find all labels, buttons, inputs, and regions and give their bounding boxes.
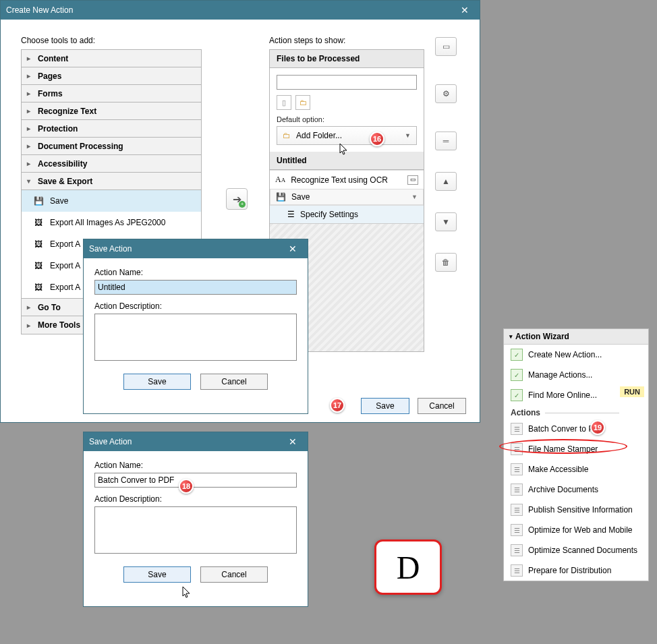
list-icon: ☰ bbox=[511, 504, 523, 516]
save-item-jpeg2000[interactable]: 🖼 Export All Images As JPEG2000 bbox=[22, 212, 201, 233]
dialog-cancel-button[interactable]: Cancel bbox=[418, 398, 466, 414]
disk-icon: 💾 bbox=[276, 192, 286, 202]
save-action-dialog-1: Save Action ✕ Action Name: Action Descri… bbox=[83, 239, 308, 414]
wizard-action-archive[interactable]: ☰ Archive Documents bbox=[504, 479, 648, 500]
tool-saveexport[interactable]: ▾Save & Export bbox=[22, 173, 201, 190]
action-icon: ✓ bbox=[511, 389, 523, 401]
settings-toggle-icon[interactable]: ▭ bbox=[407, 175, 418, 185]
list-icon: ☰ bbox=[511, 463, 523, 475]
wizard-find-online[interactable]: ✓ Find More Online... bbox=[504, 385, 648, 405]
chevron-down-icon: ▼ bbox=[405, 132, 411, 139]
chevron-up-icon: ▲ bbox=[442, 177, 450, 186]
new-file-button[interactable]: ▯ bbox=[277, 95, 291, 110]
chevron-down-icon: ▼ bbox=[442, 217, 450, 227]
wizard-manage-actions[interactable]: ✓ Manage Actions... bbox=[504, 365, 648, 385]
wizard-action-prepare[interactable]: ☰ Prepare for Distribution bbox=[504, 560, 648, 581]
plus-badge-icon: + bbox=[239, 201, 246, 208]
disk-icon: 💾 bbox=[32, 195, 45, 207]
save-dialog-titlebar: Save Action ✕ bbox=[84, 239, 308, 258]
export-icon: 🖼 bbox=[32, 260, 45, 272]
list-icon: ☰ bbox=[511, 544, 523, 556]
choose-tools-label: Choose tools to add: bbox=[21, 36, 202, 45]
tool-pages[interactable]: ▸Pages bbox=[22, 67, 201, 85]
wizard-actions-label: Actions bbox=[504, 405, 648, 419]
chevron-down-icon[interactable]: ▼ bbox=[411, 194, 418, 200]
action-icon: ✓ bbox=[511, 349, 523, 361]
open-folder-button[interactable]: 🗀 bbox=[295, 95, 310, 110]
action-name-label: Action Name: bbox=[94, 268, 297, 277]
save-dialog-title: Save Action bbox=[89, 437, 132, 446]
wizard-header[interactable]: ▾ Action Wizard bbox=[504, 329, 648, 345]
move-up-button[interactable]: ▲ bbox=[435, 172, 457, 191]
save-dialog-title: Save Action bbox=[89, 244, 132, 254]
divider-plus-icon: ═ bbox=[443, 136, 449, 146]
wizard-action-publish[interactable]: ☰ Publish Sensitive Information bbox=[504, 500, 648, 520]
save-button[interactable]: Save bbox=[123, 566, 191, 583]
wizard-action-optimize-scan[interactable]: ☰ Optimize Scanned Documents bbox=[504, 540, 648, 560]
action-desc-label: Action Description: bbox=[94, 301, 297, 311]
files-path-input[interactable] bbox=[277, 75, 417, 90]
add-tool-button[interactable]: ➔ + bbox=[226, 188, 248, 210]
add-divider-button[interactable]: ═ bbox=[435, 131, 457, 150]
text-icon: AA bbox=[275, 175, 285, 185]
default-option-label: Default option: bbox=[277, 115, 417, 123]
save-button[interactable]: Save bbox=[123, 374, 191, 390]
action-name-label: Action Name: bbox=[94, 461, 297, 470]
close-icon[interactable]: ✕ bbox=[283, 436, 302, 447]
add-step-button[interactable]: ⚙ bbox=[435, 84, 457, 103]
tool-recognize[interactable]: ▸Recognize Text bbox=[22, 103, 201, 120]
action-desc-textarea[interactable] bbox=[94, 506, 297, 554]
tool-accessibility[interactable]: ▸Accessibility bbox=[22, 155, 201, 173]
action-name-input-batch[interactable] bbox=[94, 473, 297, 488]
tool-protection[interactable]: ▸Protection bbox=[22, 120, 201, 138]
wizard-action-batch[interactable]: ☰ Batch Conver to PDF bbox=[504, 419, 648, 439]
save-action-dialog-2: Save Action ✕ Action Name: Action Descri… bbox=[83, 432, 308, 607]
add-panel-button[interactable]: ▭ bbox=[435, 37, 457, 56]
cancel-button[interactable]: Cancel bbox=[200, 566, 268, 583]
dialog-save-button[interactable]: Save bbox=[361, 398, 409, 414]
delete-button[interactable]: 🗑 bbox=[435, 253, 457, 272]
dialog-titlebar: Create New Action ✕ bbox=[1, 1, 480, 20]
dialog-title: Create New Action bbox=[6, 5, 73, 15]
files-header: Files to be Processed bbox=[270, 50, 424, 68]
wizard-create-action[interactable]: ✓ Create New Action... bbox=[504, 345, 648, 365]
action-icon: ✓ bbox=[511, 369, 523, 381]
action-name-input[interactable] bbox=[94, 280, 297, 295]
wizard-action-stamper[interactable]: ☰ File Name Stamper bbox=[504, 439, 648, 459]
step-specify[interactable]: ☰ Specify Settings bbox=[270, 205, 424, 223]
step-recognize-ocr[interactable]: AA Recognize Text using OCR ▭ bbox=[270, 170, 424, 189]
close-icon[interactable]: ✕ bbox=[283, 243, 302, 254]
step-save[interactable]: 💾 Save ▼ bbox=[270, 189, 424, 205]
tool-docproc[interactable]: ▸Document Processing bbox=[22, 138, 201, 155]
wizard-action-optimize-web[interactable]: ☰ Optimize for Web and Mobile bbox=[504, 520, 648, 540]
action-desc-textarea[interactable] bbox=[94, 314, 297, 361]
list-icon: ☰ bbox=[511, 524, 523, 536]
panel-plus-icon: ▭ bbox=[442, 42, 450, 51]
list-icon: ☰ bbox=[511, 423, 523, 435]
action-wizard-panel: ▾ Action Wizard ✓ Create New Action... ✓… bbox=[503, 328, 649, 581]
save-item-save[interactable]: 💾 Save bbox=[22, 190, 201, 212]
action-desc-label: Action Description: bbox=[94, 494, 297, 504]
wizard-action-accessible[interactable]: ☰ Make Accessible bbox=[504, 459, 648, 479]
list-icon: ☰ bbox=[511, 564, 523, 577]
export-icon: 🖼 bbox=[32, 281, 45, 293]
gear-plus-icon: ⚙ bbox=[442, 89, 450, 98]
tool-content[interactable]: ▸Content bbox=[22, 50, 201, 67]
close-icon[interactable]: ✕ bbox=[455, 5, 474, 16]
list-icon: ☰ bbox=[511, 443, 523, 455]
list-icon: ☰ bbox=[287, 210, 295, 219]
export-icon: 🖼 bbox=[32, 216, 45, 229]
steps-label: Action steps to show: bbox=[269, 36, 424, 45]
folder-icon: 🗀 bbox=[299, 98, 307, 107]
save-dialog-titlebar: Save Action ✕ bbox=[84, 432, 308, 451]
folder-plus-icon: 🗀 bbox=[283, 131, 291, 140]
export-icon: 🖼 bbox=[32, 238, 45, 250]
tool-forms[interactable]: ▸Forms bbox=[22, 85, 201, 103]
list-icon: ☰ bbox=[511, 484, 523, 496]
page-icon: ▯ bbox=[282, 98, 286, 107]
add-folder-dropdown[interactable]: 🗀 Add Folder... ▼ bbox=[277, 126, 417, 145]
section-letter-D: D bbox=[374, 539, 442, 595]
move-down-button[interactable]: ▼ bbox=[435, 212, 457, 231]
untitled-header: Untitled bbox=[270, 152, 424, 170]
cancel-button[interactable]: Cancel bbox=[200, 374, 268, 390]
